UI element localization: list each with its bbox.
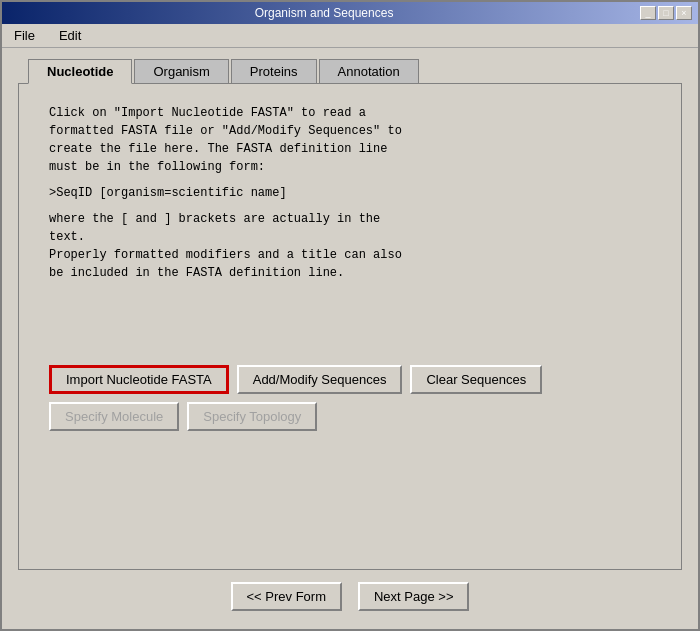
content-area: Nucleotide Organism Proteins Annotation … [2, 48, 698, 629]
main-panel: Click on "Import Nucleotide FASTA" to re… [18, 83, 682, 570]
desc-line9: text. [49, 230, 85, 244]
menu-file[interactable]: File [10, 26, 39, 45]
close-button[interactable]: × [676, 6, 692, 20]
window-controls: _ □ × [640, 6, 692, 20]
main-window: Organism and Sequences _ □ × File Edit N… [0, 0, 700, 631]
maximize-button[interactable]: □ [658, 6, 674, 20]
primary-button-row: Import Nucleotide FASTA Add/Modify Seque… [49, 365, 651, 394]
clear-sequences-button[interactable]: Clear Sequences [410, 365, 542, 394]
next-page-button[interactable]: Next Page >> [358, 582, 470, 611]
tab-bar: Nucleotide Organism Proteins Annotation [18, 58, 682, 83]
menu-bar: File Edit [2, 24, 698, 48]
import-fasta-button[interactable]: Import Nucleotide FASTA [49, 365, 229, 394]
desc-line1: Click on "Import Nucleotide FASTA" to re… [49, 106, 366, 120]
tab-proteins[interactable]: Proteins [231, 59, 317, 84]
specify-molecule-button[interactable]: Specify Molecule [49, 402, 179, 431]
tab-nucleotide[interactable]: Nucleotide [28, 59, 132, 84]
desc-line8: where the [ and ] brackets are actually … [49, 212, 380, 226]
desc-line4: must be in the following form: [49, 160, 265, 174]
desc-line6: >SeqID [organism=scientific name] [49, 186, 287, 200]
prev-form-button[interactable]: << Prev Form [231, 582, 342, 611]
tab-annotation[interactable]: Annotation [319, 59, 419, 84]
tab-organism[interactable]: Organism [134, 59, 228, 84]
desc-line11: be included in the FASTA definition line… [49, 266, 344, 280]
specify-topology-button[interactable]: Specify Topology [187, 402, 317, 431]
title-bar: Organism and Sequences _ □ × [2, 2, 698, 24]
description-text: Click on "Import Nucleotide FASTA" to re… [49, 104, 651, 290]
desc-line2: formatted FASTA file or "Add/Modify Sequ… [49, 124, 402, 138]
window-title: Organism and Sequences [8, 6, 640, 20]
bottom-nav: << Prev Form Next Page >> [18, 570, 682, 619]
menu-edit[interactable]: Edit [55, 26, 85, 45]
minimize-button[interactable]: _ [640, 6, 656, 20]
desc-line10: Properly formatted modifiers and a title… [49, 248, 402, 262]
desc-line3: create the file here. The FASTA definiti… [49, 142, 387, 156]
add-modify-button[interactable]: Add/Modify Sequences [237, 365, 403, 394]
secondary-button-row: Specify Molecule Specify Topology [49, 402, 651, 431]
